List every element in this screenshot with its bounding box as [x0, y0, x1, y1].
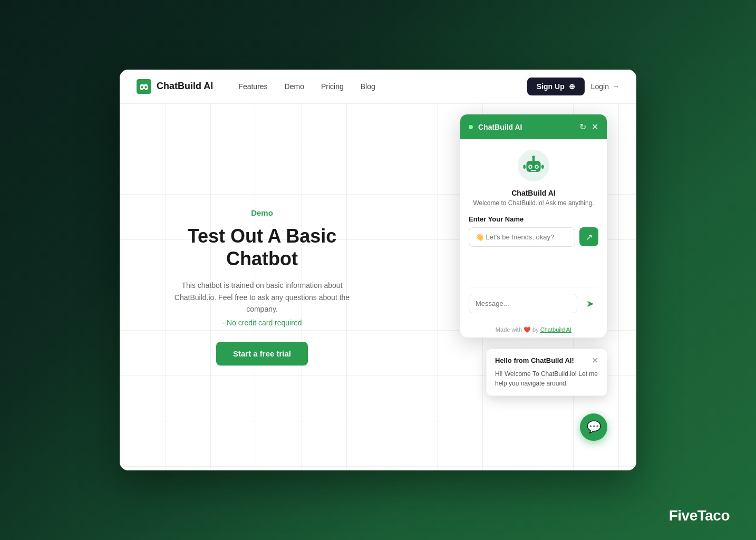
svg-point-6: [143, 81, 145, 83]
svg-rect-15: [531, 170, 537, 171]
chat-window: ChatBuild AI ↻ ✕: [460, 114, 607, 338]
login-arrow-icon: →: [612, 82, 619, 91]
nav-features[interactable]: Features: [238, 82, 267, 91]
chat-body: ChatBuild AI Welcome to ChatBuild.io! As…: [460, 139, 607, 322]
chat-name-input[interactable]: [469, 227, 575, 247]
chat-header: ChatBuild AI ↻ ✕: [460, 114, 607, 139]
chat-tooltip: Hello from ChatBuild AI! ✕ Hi! Welcome T…: [486, 349, 607, 396]
chat-bot-avatar: [469, 150, 598, 184]
chat-name-send-button[interactable]: ↗: [579, 227, 598, 246]
hero-title: Test Out A Basic Chatbot: [162, 225, 362, 270]
chat-made-with: Made with ❤️ by: [496, 326, 539, 333]
nav-actions: Sign Up ⊕ Login →: [527, 78, 619, 95]
navbar: ChatBuild AI Features Demo Pricing Blog …: [120, 70, 636, 103]
signup-button[interactable]: Sign Up ⊕: [527, 78, 585, 95]
chat-tooltip-header: Hello from ChatBuild AI! ✕: [495, 356, 598, 365]
chat-widget: ChatBuild AI ↻ ✕: [460, 114, 607, 338]
outer-wrapper: FiveTaco ChatBuild AI: [0, 0, 756, 540]
chat-status-dot: [469, 125, 473, 129]
chat-fab-icon: 💬: [587, 420, 601, 434]
svg-point-13: [529, 166, 531, 168]
signup-icon: ⊕: [569, 82, 575, 91]
main-content: Demo Test Out A Basic Chatbot This chatb…: [120, 103, 636, 470]
chat-header-actions: ↻ ✕: [579, 122, 598, 132]
chat-name-label: Enter Your Name: [469, 215, 598, 223]
hero-section-label: Demo: [162, 208, 362, 217]
bot-avatar-icon: [518, 150, 549, 181]
chat-header-title: ChatBuild AI: [478, 123, 522, 131]
chat-footer: Made with ❤️ by Chatbuild AI: [460, 322, 607, 338]
svg-rect-4: [143, 89, 145, 89]
chat-tooltip-close-button[interactable]: ✕: [592, 356, 598, 365]
nav-blog[interactable]: Blog: [361, 82, 375, 91]
svg-rect-7: [139, 86, 140, 89]
chat-name-input-row: ↗: [469, 227, 598, 247]
chat-header-left: ChatBuild AI: [469, 123, 522, 131]
chat-message-input-row: ➤: [469, 287, 598, 313]
chat-bot-name: ChatBuild AI: [469, 189, 598, 197]
chat-tooltip-message: Hi! Welcome To ChatBuild.io! Let me help…: [495, 369, 598, 388]
nav-pricing[interactable]: Pricing: [321, 82, 344, 91]
logo-icon: [137, 79, 151, 94]
login-button[interactable]: Login →: [591, 82, 619, 91]
chat-bot-desc: Welcome to ChatBuild.io! Ask me anything…: [469, 199, 598, 207]
free-trial-button[interactable]: Start a free trial: [216, 342, 308, 365]
chat-tooltip-title: Hello from ChatBuild AI!: [495, 356, 574, 364]
svg-point-3: [144, 86, 147, 88]
fivetaco-brand: FiveTaco: [669, 507, 730, 524]
nav-links: Features Demo Pricing Blog: [238, 82, 527, 91]
hero-description: This chatbot is trained on basic informa…: [162, 280, 362, 315]
signup-label: Sign Up: [537, 82, 565, 91]
browser-window: ChatBuild AI Features Demo Pricing Blog …: [120, 70, 636, 470]
chat-close-button[interactable]: ✕: [592, 122, 598, 132]
svg-rect-19: [541, 165, 544, 169]
logo-text: ChatBuild AI: [157, 81, 213, 92]
svg-point-17: [532, 156, 535, 158]
hero-no-cc: - No credit card required: [162, 319, 362, 327]
svg-point-14: [536, 166, 538, 168]
nav-demo[interactable]: Demo: [285, 82, 304, 91]
svg-rect-8: [148, 86, 149, 89]
chat-refresh-button[interactable]: ↻: [579, 122, 586, 132]
chat-fab-button[interactable]: 💬: [580, 413, 607, 441]
chat-message-input[interactable]: [469, 294, 577, 313]
svg-rect-18: [524, 165, 526, 169]
logo-area: ChatBuild AI: [137, 79, 213, 94]
svg-point-2: [141, 86, 143, 88]
chat-made-with-link[interactable]: Chatbuild AI: [540, 326, 571, 333]
chat-message-send-button[interactable]: ➤: [581, 295, 598, 312]
chat-messages-area: [469, 255, 598, 287]
hero-section: Demo Test Out A Basic Chatbot This chatb…: [162, 208, 362, 365]
login-label: Login: [591, 82, 609, 91]
